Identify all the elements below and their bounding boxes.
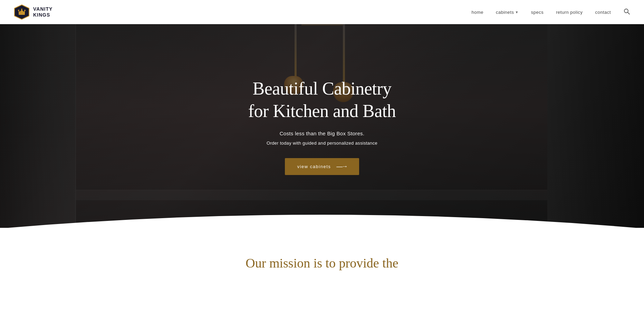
brand-name: VANITY KINGS — [33, 6, 52, 18]
hero-sub2: Order today with guided and personalized… — [267, 140, 377, 146]
hero-title: Beautiful Cabinetry for Kitchen and Bath — [248, 77, 396, 122]
mission-section: Our mission is to provide the — [0, 228, 644, 284]
svg-point-5 — [21, 9, 22, 10]
view-cabinets-button[interactable]: view cabinets —→ — [285, 158, 359, 175]
svg-rect-3 — [19, 14, 25, 15]
nav-links: home cabinets ▼ specs return policy cont… — [471, 8, 630, 17]
search-icon[interactable] — [623, 9, 630, 16]
svg-point-6 — [24, 10, 26, 11]
logo-link[interactable]: VANITY KINGS — [14, 4, 52, 20]
hero-curve — [0, 201, 644, 228]
hero-section: Beautiful Cabinetry for Kitchen and Bath… — [0, 24, 644, 228]
chevron-down-icon: ▼ — [515, 10, 518, 14]
nav-home[interactable]: home — [471, 10, 483, 15]
svg-line-8 — [628, 12, 629, 14]
nav-specs[interactable]: specs — [531, 10, 544, 15]
mission-title: Our mission is to provide the — [14, 255, 630, 271]
nav-cabinets[interactable]: cabinets ▼ — [496, 10, 519, 15]
nav-return-policy[interactable]: return policy — [556, 10, 583, 15]
nav-contact[interactable]: contact — [595, 10, 611, 15]
logo-icon — [14, 4, 30, 20]
hero-subtitle: Costs less than the Big Box Stores. — [280, 130, 365, 136]
arrow-right-icon: —→ — [336, 163, 347, 170]
navbar: VANITY KINGS home cabinets ▼ specs retur… — [0, 0, 644, 24]
svg-point-4 — [18, 10, 19, 11]
hero-content: Beautiful Cabinetry for Kitchen and Bath… — [0, 24, 644, 228]
